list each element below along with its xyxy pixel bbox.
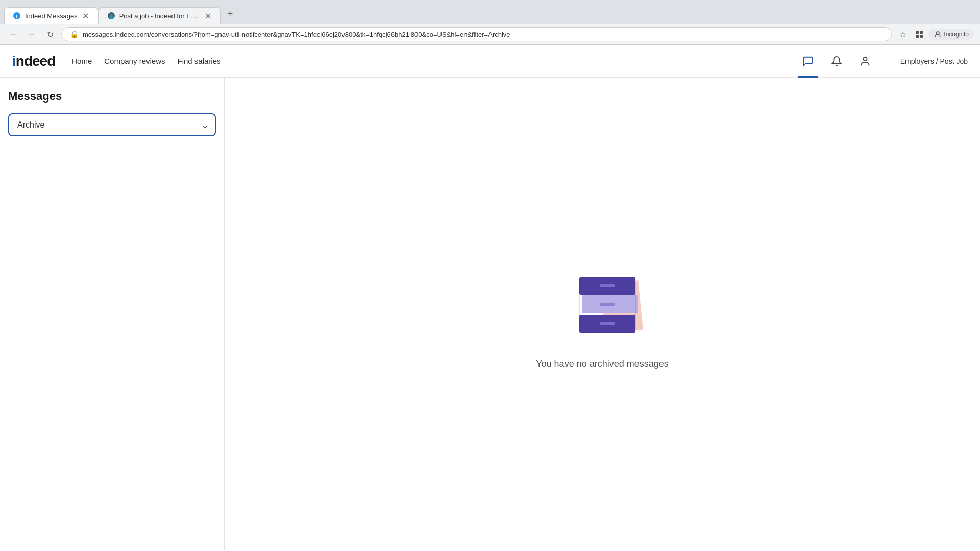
svg-rect-6	[916, 35, 919, 38]
profile-icon-button[interactable]	[855, 51, 875, 71]
archive-empty-message: You have no archived messages	[536, 359, 669, 369]
tab-favicon-1: i	[13, 12, 21, 20]
incognito-badge: Incognito	[928, 29, 974, 40]
svg-rect-12	[600, 322, 615, 325]
tab-close-2[interactable]: ✕	[204, 12, 212, 20]
svg-point-9	[863, 57, 867, 60]
nav-find-salaries[interactable]: Find salaries	[177, 55, 220, 67]
browser-chrome: i Indeed Messages ✕ 🌐 Post a job - Indee…	[0, 0, 980, 45]
svg-rect-14	[600, 303, 615, 306]
archive-empty-state: You have no archived messages	[225, 78, 980, 550]
filter-select-wrapper: Archive Inbox ⌄	[8, 113, 216, 136]
logo-i: i	[12, 53, 16, 69]
tab-close-1[interactable]: ✕	[82, 12, 90, 20]
tab-indeed-messages[interactable]: i Indeed Messages ✕	[4, 7, 99, 24]
svg-text:i: i	[16, 13, 18, 19]
tab-title-1: Indeed Messages	[25, 12, 78, 20]
tab-favicon-2: 🌐	[107, 12, 115, 20]
back-button[interactable]: ←	[6, 27, 20, 41]
svg-text:🌐: 🌐	[108, 13, 114, 19]
extension-button[interactable]	[912, 27, 926, 41]
nav-right: Employers / Post Job	[798, 51, 968, 71]
messages-icon-button[interactable]	[798, 51, 818, 71]
logo-ndeed: ndeed	[16, 53, 55, 69]
address-bar-row: ← → ↻ 🔒 messages.indeed.com/conversation…	[0, 24, 980, 44]
svg-rect-7	[920, 35, 923, 38]
svg-rect-4	[916, 31, 919, 34]
main-nav: indeed Home Company reviews Find salarie…	[0, 45, 980, 78]
indeed-logo[interactable]: indeed	[12, 53, 55, 69]
notifications-icon-button[interactable]	[826, 51, 847, 71]
messages-title: Messages	[8, 90, 216, 103]
new-tab-button[interactable]: +	[221, 4, 239, 24]
refresh-button[interactable]: ↻	[43, 27, 57, 41]
svg-rect-5	[920, 31, 923, 34]
filter-select[interactable]: Archive Inbox	[8, 113, 216, 136]
nav-divider	[888, 53, 888, 69]
nav-company-reviews[interactable]: Company reviews	[104, 55, 165, 67]
main-content: Messages Archive Inbox ⌄	[0, 78, 980, 550]
logo-text: indeed	[12, 53, 55, 69]
toolbar-right: ☆ Incognito	[896, 27, 974, 41]
nav-home[interactable]: Home	[71, 55, 92, 67]
address-bar[interactable]: 🔒 messages.indeed.com/conversations/?fro…	[61, 27, 892, 41]
incognito-label: Incognito	[944, 31, 969, 38]
tab-bar: i Indeed Messages ✕ 🌐 Post a job - Indee…	[0, 0, 980, 24]
archive-illustration	[556, 259, 648, 342]
employer-link[interactable]: Employers / Post Job	[900, 57, 968, 65]
url-text: messages.indeed.com/conversations/?from=…	[83, 31, 883, 38]
messages-panel: Messages Archive Inbox ⌄	[0, 78, 225, 550]
svg-rect-16	[600, 284, 615, 287]
tab-title-2: Post a job - Indeed for Employe...	[119, 12, 200, 20]
indeed-app: indeed Home Company reviews Find salarie…	[0, 45, 980, 550]
bookmark-button[interactable]: ☆	[896, 27, 910, 41]
lock-icon: 🔒	[70, 30, 79, 38]
nav-links: Home Company reviews Find salaries	[71, 55, 797, 67]
forward-button[interactable]: →	[24, 27, 39, 41]
tab-post-job[interactable]: 🌐 Post a job - Indeed for Employe... ✕	[99, 7, 221, 24]
